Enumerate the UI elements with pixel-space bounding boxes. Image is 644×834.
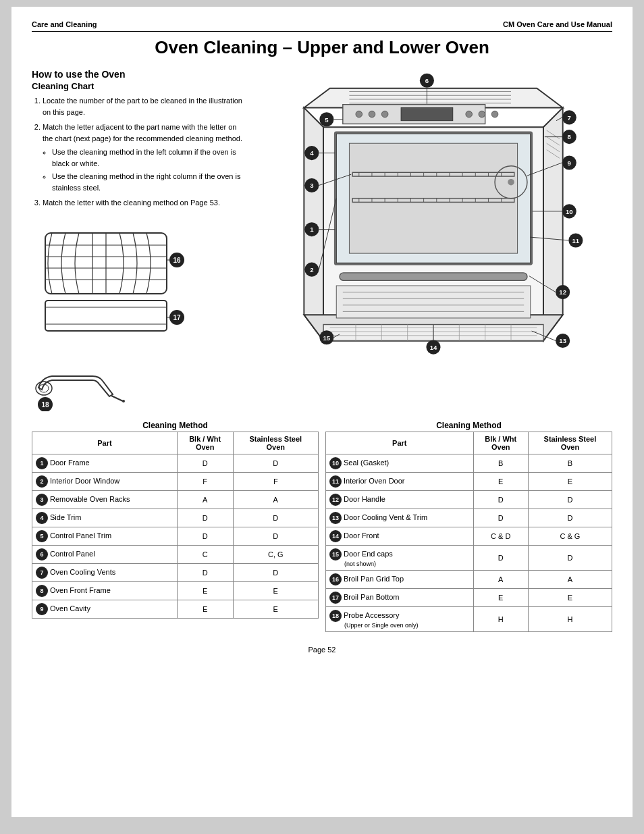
table-row: 10Seal (Gasket) B B [326, 454, 612, 472]
table-row: 6Control Panel C C, G [32, 545, 319, 563]
ss-cell: D [233, 509, 318, 527]
part-name-cell: 9Oven Cavity [32, 600, 178, 618]
svg-rect-29 [401, 108, 453, 121]
table-row: 2Interior Door Window F F [32, 472, 319, 490]
blk-cell: D [473, 490, 528, 509]
part-badge: 15 [329, 548, 342, 561]
svg-text:14: 14 [430, 344, 437, 351]
left-method-label: Cleaning Method [32, 421, 319, 430]
bullet-list: Use the cleaning method in the left colu… [43, 147, 248, 193]
blk-cell: A [177, 490, 233, 509]
part-badge: 11 [329, 475, 342, 488]
svg-text:5: 5 [325, 116, 329, 124]
svg-point-31 [479, 111, 485, 118]
svg-text:12: 12 [559, 288, 566, 296]
svg-rect-65 [336, 286, 531, 318]
table-row: 5Control Panel Trim D D [32, 527, 319, 545]
svg-text:8: 8 [568, 133, 572, 140]
part-badge: 5 [36, 530, 48, 542]
th-ss-right: Stainless SteelOven [528, 432, 612, 454]
part-badge: 2 [36, 475, 48, 488]
part-badge: 16 [329, 573, 342, 585]
svg-text:1: 1 [310, 226, 314, 234]
content-area: How to use the Oven Cleaning Chart Locat… [32, 69, 612, 414]
part-badge: 8 [36, 585, 48, 597]
svg-point-62 [508, 179, 514, 186]
blk-cell: H [473, 606, 528, 631]
th-part-left: Part [32, 432, 178, 454]
header-right: CM Oven Care and Use Manual [503, 20, 612, 28]
table-row: 13Door Cooling Vent & Trim D D [326, 509, 612, 527]
part-badge: 17 [329, 592, 342, 604]
table-row: 3Removable Oven Racks A A [32, 490, 319, 509]
blk-cell: E [473, 588, 528, 606]
subsection-title: Cleaning Chart [32, 81, 248, 91]
svg-point-27 [369, 111, 375, 118]
part-badge: 18 [329, 610, 342, 622]
right-part-table: Part Blk / WhtOven Stainless SteelOven 1… [325, 432, 612, 632]
ss-cell: E [528, 472, 612, 490]
svg-text:18: 18 [41, 401, 49, 409]
right-method-label: Cleaning Method [325, 421, 612, 430]
ss-cell: D [528, 509, 612, 527]
svg-text:6: 6 [425, 77, 429, 84]
part-name-cell: 15Door End caps (not shown) [326, 545, 474, 570]
ss-cell: F [233, 472, 318, 490]
part-badge: 12 [329, 494, 342, 506]
instruction-2: Match the letter adjacent to the part na… [43, 122, 248, 193]
part-name-cell: 5Control Panel Trim [32, 527, 178, 545]
part-badge: 4 [36, 512, 48, 524]
part-badge: 1 [36, 457, 48, 469]
ss-cell: E [233, 581, 318, 600]
table-row: 14Door Front C & D C & G [326, 527, 612, 545]
part-name-cell: 16Broil Pan Grid Top [326, 570, 474, 588]
probe-svg: 18 [32, 357, 140, 411]
part-name-cell: 18Probe Accessory (Upper or Single oven … [326, 606, 474, 631]
svg-point-26 [356, 111, 363, 118]
table-row: 16Broil Pan Grid Top A A [326, 570, 612, 588]
ss-cell: C, G [233, 545, 318, 563]
ss-cell: D [528, 490, 612, 509]
part-badge: 3 [36, 494, 48, 506]
blk-cell: D [473, 545, 528, 570]
ss-cell: A [233, 490, 318, 509]
blk-cell: A [473, 570, 528, 588]
instruction-2-text: Match the letter adjacent to the part na… [43, 123, 242, 142]
part-name-cell: 7Oven Cooling Vents [32, 563, 178, 581]
part-sub: (Upper or Single oven only) [344, 622, 470, 629]
blk-cell: F [177, 472, 233, 490]
blk-cell: C & D [473, 527, 528, 545]
svg-text:7: 7 [568, 114, 571, 122]
svg-point-30 [466, 111, 473, 118]
part-name-cell: 12Door Handle [326, 490, 474, 509]
blk-cell: E [177, 581, 233, 600]
instructions: Locate the number of the part to be clea… [32, 95, 248, 209]
blk-cell: D [177, 563, 233, 581]
svg-text:17: 17 [173, 314, 181, 321]
ss-cell: H [528, 606, 612, 631]
blk-cell: E [473, 472, 528, 490]
part-name-cell: 6Control Panel [32, 545, 178, 563]
part-name-cell: 17Broil Pan Bottom [326, 588, 474, 606]
page: Care and Cleaning CM Oven Care and Use M… [11, 7, 633, 817]
ss-cell: D [233, 454, 318, 472]
table-container: Cleaning Method Part Blk / WhtOven Stain… [32, 421, 612, 632]
ss-cell: B [528, 454, 612, 472]
blk-cell: D [473, 509, 528, 527]
part-badge: 10 [329, 457, 342, 469]
part-name-cell: 13Door Cooling Vent & Trim [326, 509, 474, 527]
ss-cell: E [233, 600, 318, 618]
svg-rect-11 [45, 301, 167, 331]
left-column: How to use the Oven Cleaning Chart Locat… [32, 69, 248, 414]
th-ss-left: Stainless SteelOven [233, 432, 318, 454]
th-blk-right: Blk / WhtOven [473, 432, 528, 454]
part-badge: 7 [36, 567, 48, 579]
th-part-right: Part [326, 432, 474, 454]
svg-text:15: 15 [323, 334, 331, 342]
left-table: Cleaning Method Part Blk / WhtOven Stain… [32, 421, 322, 632]
table-row: 12Door Handle D D [326, 490, 612, 509]
blk-cell: D [177, 509, 233, 527]
svg-point-17 [122, 400, 125, 402]
svg-marker-22 [543, 108, 563, 341]
section-title: How to use the Oven [32, 69, 248, 80]
